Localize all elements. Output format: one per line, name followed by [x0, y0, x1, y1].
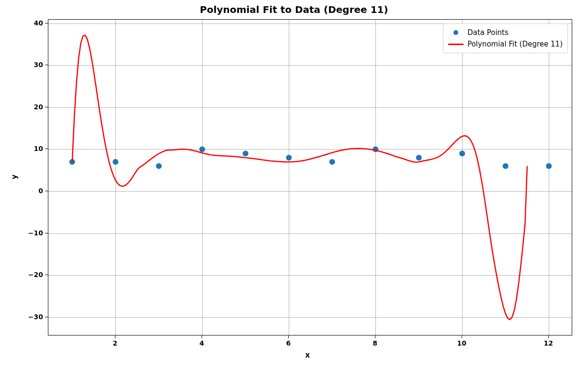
legend-entry-polyfit: Polynomial Fit (Degree 11)	[448, 38, 563, 50]
y-tick-label: 0	[38, 187, 43, 195]
x-tick	[548, 335, 549, 338]
x-tick-label: 12	[543, 339, 553, 347]
x-axis-label: x	[305, 351, 310, 359]
plot-area: Data Points Polynomial Fit (Degree 11)	[48, 19, 572, 335]
legend: Data Points Polynomial Fit (Degree 11)	[443, 23, 568, 53]
y-tick	[45, 233, 48, 233]
x-tick	[375, 335, 375, 338]
y-tick-label: 20	[34, 103, 43, 111]
y-tick	[45, 107, 48, 107]
x-tick-label: 6	[286, 339, 291, 347]
chart-svg	[48, 20, 573, 336]
chart-title: Polynomial Fit to Data (Degree 11)	[0, 4, 588, 15]
x-tick	[288, 335, 289, 338]
y-tick-label: −20	[28, 271, 43, 278]
legend-line-icon	[448, 44, 464, 45]
legend-label: Data Points	[467, 28, 509, 37]
data-point	[113, 159, 118, 165]
y-tick	[45, 23, 48, 23]
polyfit-line	[72, 35, 527, 319]
legend-label: Polynomial Fit (Degree 11)	[467, 40, 563, 48]
y-tick	[45, 191, 48, 191]
legend-entry-data-points: Data Points	[448, 27, 563, 38]
x-tick-label: 8	[373, 339, 377, 347]
x-tick	[202, 335, 202, 338]
x-tick	[115, 335, 115, 338]
y-tick-label: −10	[28, 229, 43, 237]
data-point	[199, 146, 205, 152]
x-tick-label: 2	[113, 339, 117, 347]
data-point	[329, 159, 335, 165]
y-tick	[45, 65, 48, 65]
data-point	[156, 163, 162, 169]
data-point	[286, 155, 292, 161]
chart-container: Polynomial Fit to Data (Degree 11) Data …	[0, 0, 588, 370]
y-tick	[45, 317, 48, 317]
x-tick-label: 4	[199, 339, 204, 347]
y-tick-label: 10	[34, 145, 43, 152]
data-point	[459, 150, 465, 156]
y-tick-label: 30	[34, 61, 43, 69]
y-tick-label: 40	[34, 19, 43, 27]
data-point	[416, 155, 422, 161]
y-tick	[45, 275, 48, 275]
x-tick	[462, 335, 462, 338]
y-axis-label: y	[10, 174, 19, 179]
y-tick-label: −30	[28, 313, 43, 321]
data-point	[503, 163, 509, 169]
data-point	[546, 163, 552, 169]
y-tick	[45, 149, 48, 149]
legend-marker-icon	[448, 30, 464, 35]
x-tick-label: 10	[457, 339, 466, 347]
data-point	[243, 150, 249, 156]
